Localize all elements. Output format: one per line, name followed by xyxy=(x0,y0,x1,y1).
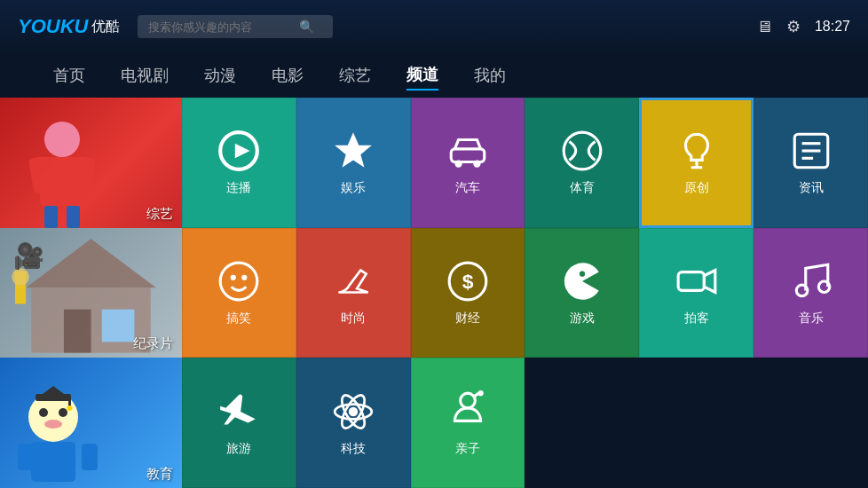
plane-icon xyxy=(217,390,261,434)
logo-chinese-text: 优酷 xyxy=(91,18,120,36)
svg-point-29 xyxy=(564,132,601,169)
svg-point-22 xyxy=(67,405,73,411)
car-icon xyxy=(446,129,490,173)
svg-point-28 xyxy=(473,161,480,168)
star-icon xyxy=(331,129,375,173)
svg-rect-26 xyxy=(451,149,485,162)
tile-yuanchuang[interactable]: 原创 xyxy=(639,98,754,228)
svg-marker-42 xyxy=(704,270,715,292)
left-photos: 综艺 🎥 纪录片 xyxy=(0,98,182,488)
main-area: 综艺 🎥 纪录片 xyxy=(0,98,868,488)
clock: 18:27 xyxy=(815,19,850,35)
logo: YOUKU 优酷 xyxy=(18,15,120,38)
nav-anime[interactable]: 动漫 xyxy=(204,61,236,90)
tile-shishang[interactable]: 时尚 xyxy=(296,228,411,358)
play-circle-icon xyxy=(217,129,261,173)
nav-channel[interactable]: 频道 xyxy=(406,60,438,91)
tile-qiche[interactable]: 汽车 xyxy=(411,98,525,228)
tile-caijing[interactable]: $ 财经 xyxy=(411,228,525,358)
channel-grid: 连播 娱乐 汽车 体育 原创 资讯 搞笑 xyxy=(182,98,868,488)
svg-rect-9 xyxy=(102,309,135,342)
svg-rect-4 xyxy=(44,206,58,228)
tile-youxi-label: 游戏 xyxy=(570,311,595,327)
search-input[interactable] xyxy=(148,20,299,34)
photo-education[interactable]: 教育 xyxy=(0,358,182,488)
svg-point-27 xyxy=(454,161,462,168)
tile-zixun-label: 资讯 xyxy=(799,180,824,196)
nav-variety[interactable]: 综艺 xyxy=(339,61,371,90)
tile-yinyue-label: 音乐 xyxy=(799,311,824,327)
svg-point-36 xyxy=(231,275,236,280)
tile-qiche-label: 汽车 xyxy=(455,180,480,196)
tile-keji[interactable]: 科技 xyxy=(296,358,411,488)
search-icon: 🔍 xyxy=(299,20,314,34)
svg-rect-16 xyxy=(31,442,75,482)
svg-marker-20 xyxy=(36,386,71,399)
tile-qinzi[interactable]: 亲子 xyxy=(411,358,525,488)
tile-keji-label: 科技 xyxy=(341,441,366,457)
tile-zixun[interactable]: 资讯 xyxy=(754,98,868,228)
tile-yule[interactable]: 娱乐 xyxy=(296,98,411,228)
svg-rect-8 xyxy=(64,309,91,352)
settings-icon[interactable]: ⚙ xyxy=(786,17,801,36)
svg-rect-17 xyxy=(18,444,34,470)
svg-point-15 xyxy=(44,420,62,429)
tile-youxi[interactable]: 游戏 xyxy=(525,228,639,358)
svg-point-37 xyxy=(242,275,248,280)
tile-qinzi-label: 亲子 xyxy=(455,441,480,457)
education-image xyxy=(4,382,111,488)
tile-gaoxiao-label: 搞笑 xyxy=(226,311,251,327)
photo-education-label: 教育 xyxy=(146,466,173,483)
tile-shishang-label: 时尚 xyxy=(341,311,366,327)
svg-point-0 xyxy=(44,122,80,157)
photo-variety-label: 综艺 xyxy=(146,206,173,223)
svg-rect-18 xyxy=(82,444,98,470)
photo-documentary[interactable]: 🎥 纪录片 xyxy=(0,228,182,358)
smiley-icon xyxy=(217,259,261,303)
tennis-icon xyxy=(560,129,604,173)
variety-image xyxy=(4,113,120,228)
tile-gaoxiao[interactable]: 搞笑 xyxy=(182,228,296,358)
dollar-icon: $ xyxy=(446,259,490,303)
tile-tiyu[interactable]: 体育 xyxy=(525,98,639,228)
nav-home[interactable]: 首页 xyxy=(53,61,85,90)
svg-point-35 xyxy=(221,263,258,300)
bulb-icon xyxy=(675,129,719,173)
svg-text:$: $ xyxy=(462,270,474,293)
svg-point-49 xyxy=(461,393,476,408)
news-icon xyxy=(789,129,833,173)
svg-marker-24 xyxy=(235,144,250,159)
svg-point-13 xyxy=(39,408,48,417)
photo-variety[interactable]: 综艺 xyxy=(0,98,182,228)
tile-lvyou[interactable]: 旅游 xyxy=(182,358,296,488)
nav-movie[interactable]: 电影 xyxy=(272,61,304,90)
svg-marker-25 xyxy=(335,132,372,168)
heel-icon xyxy=(331,259,375,303)
tile-lvyou-label: 旅游 xyxy=(226,441,251,457)
nav-mine[interactable]: 我的 xyxy=(474,61,506,90)
tile-lianbo-label: 连播 xyxy=(226,180,251,196)
svg-point-45 xyxy=(349,406,358,415)
nav-tv[interactable]: 电视剧 xyxy=(121,61,169,90)
svg-rect-5 xyxy=(67,206,80,228)
music-icon xyxy=(789,259,833,303)
header-right: 🖥 ⚙ 18:27 xyxy=(756,17,850,36)
svg-point-51 xyxy=(478,390,484,396)
baby-icon xyxy=(446,390,490,434)
tile-paike-label: 拍客 xyxy=(684,311,709,327)
photo-documentary-label: 纪录片 xyxy=(133,335,173,352)
tile-caijing-label: 财经 xyxy=(455,311,480,327)
screen-icon[interactable]: 🖥 xyxy=(756,18,772,36)
atom-icon xyxy=(331,390,375,434)
header: YOUKU 优酷 🔍 🖥 ⚙ 18:27 xyxy=(0,0,868,53)
svg-point-14 xyxy=(59,408,67,417)
video-cam-icon xyxy=(675,259,719,303)
search-box[interactable]: 🔍 xyxy=(138,15,333,38)
tile-lianbo[interactable]: 连播 xyxy=(182,98,296,228)
tile-yule-label: 娱乐 xyxy=(341,180,366,196)
svg-rect-41 xyxy=(678,272,704,291)
svg-point-11 xyxy=(12,268,29,286)
tile-paike[interactable]: 拍客 xyxy=(639,228,754,358)
svg-point-40 xyxy=(580,272,585,277)
tile-yinyue[interactable]: 音乐 xyxy=(754,228,868,358)
